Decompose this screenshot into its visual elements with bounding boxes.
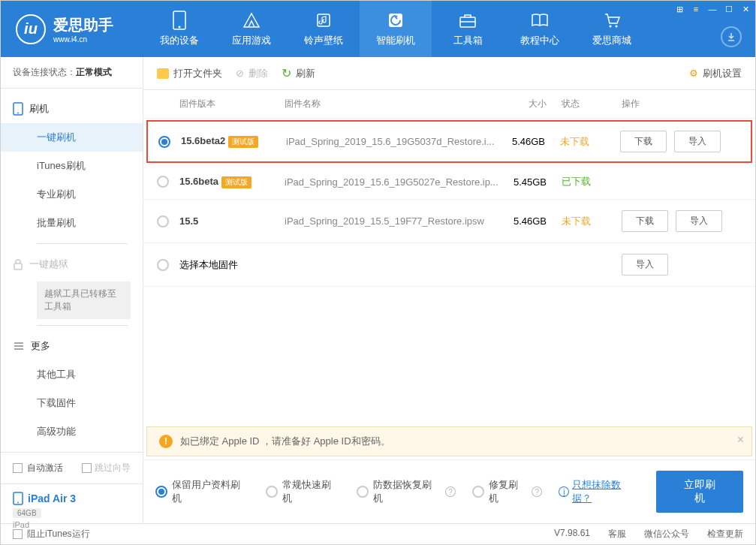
firmware-radio[interactable] <box>157 259 169 271</box>
nav-toolbox[interactable]: 工具箱 <box>432 1 504 57</box>
sidebar-group-more[interactable]: 更多 <box>1 332 143 360</box>
flash-icon <box>387 11 405 29</box>
flash-settings-button[interactable]: ⚙ 刷机设置 <box>689 67 742 80</box>
flash-option-normal[interactable]: 常规快速刷机 <box>266 478 340 505</box>
sidebar: 设备连接状态：正常模式 刷机 一键刷机 iTunes刷机 专业刷机 批量刷机 一… <box>1 57 143 523</box>
download-button[interactable]: 下载 <box>620 131 667 152</box>
sidebar-item-advanced[interactable]: 高级功能 <box>1 417 143 446</box>
music-icon <box>315 11 333 29</box>
maximize-icon[interactable]: ☐ <box>724 4 734 14</box>
top-nav: 我的设备 应用游戏 铃声壁纸 智能刷机 工具箱 教程中心 爱思商城 <box>143 1 648 57</box>
svg-rect-2 <box>318 14 330 26</box>
minimize-icon[interactable]: — <box>707 4 718 14</box>
import-button[interactable]: 导入 <box>676 210 722 232</box>
main-content: 打开文件夹 ⊘ 删除 ↻ 刷新 ⚙ 刷机设置 固件版本 固件名称 大小 状态 操… <box>143 57 755 523</box>
firmware-row[interactable]: 15.5 iPad_Spring_2019_15.5_19F77_Restore… <box>143 200 755 243</box>
firmware-row[interactable]: 15.6beta测试版 iPad_Spring_2019_15.6_19G502… <box>143 164 755 200</box>
logo[interactable]: iu 爱思助手 www.i4.cn <box>1 14 143 44</box>
support-link[interactable]: 客服 <box>608 528 626 540</box>
download-icon <box>726 32 736 42</box>
firmware-row-local[interactable]: 选择本地固件 导入 <box>143 243 755 287</box>
block-itunes-checkbox[interactable] <box>13 529 23 539</box>
info-icon: i <box>559 486 569 497</box>
option-radio[interactable] <box>155 486 167 498</box>
firmware-row[interactable]: 15.6beta2测试版 iPad_Spring_2019_15.6_19G50… <box>146 120 752 163</box>
erase-data-link[interactable]: i 只想抹除数据？ <box>559 478 640 505</box>
svg-point-8 <box>17 113 19 114</box>
more-icon <box>13 341 25 351</box>
toolbox-icon <box>459 11 477 29</box>
grid-icon[interactable]: ⊞ <box>674 4 685 14</box>
close-icon[interactable]: ✕ <box>740 4 751 14</box>
flash-option-antirecovery[interactable]: 防数据恢复刷机 ? <box>357 478 456 505</box>
update-link[interactable]: 检查更新 <box>707 528 743 540</box>
cart-icon <box>603 11 621 29</box>
close-banner-button[interactable]: × <box>737 433 744 447</box>
flash-options: 保留用户资料刷机 常规快速刷机 防数据恢复刷机 ? 修复刷机 ? i <box>143 459 755 523</box>
window-controls: ⊞ ≡ — ☐ ✕ <box>674 4 751 14</box>
jailbreak-note: 越狱工具已转移至工具箱 <box>37 282 131 319</box>
help-icon[interactable]: ? <box>532 486 542 497</box>
sidebar-item-download[interactable]: 下载固件 <box>1 389 143 417</box>
download-button[interactable] <box>721 26 742 47</box>
import-button[interactable]: 导入 <box>674 131 721 152</box>
lock-icon <box>13 258 23 270</box>
auto-activate-row: 自动激活 跳过向导 <box>1 453 143 483</box>
logo-text: 爱思助手 www.i4.cn <box>53 15 113 44</box>
nav-apps[interactable]: 应用游戏 <box>215 1 288 57</box>
skip-guide[interactable]: 跳过向导 <box>82 462 131 474</box>
firmware-radio[interactable] <box>157 176 169 188</box>
gear-icon: ⚙ <box>689 68 698 79</box>
download-button[interactable]: 下载 <box>622 210 668 232</box>
svg-point-6 <box>616 25 618 27</box>
apps-icon <box>242 11 261 29</box>
svg-rect-9 <box>14 263 22 269</box>
sidebar-item-oneclick[interactable]: 一键刷机 <box>1 123 143 152</box>
skip-guide-checkbox[interactable] <box>82 463 92 473</box>
auto-activate-checkbox[interactable] <box>13 463 23 473</box>
device-icon <box>170 11 188 29</box>
tablet-icon <box>13 492 23 505</box>
svg-point-11 <box>17 502 19 504</box>
nav-ringtones[interactable]: 铃声壁纸 <box>288 1 360 57</box>
sidebar-item-batch[interactable]: 批量刷机 <box>1 209 143 237</box>
menu-icon[interactable]: ≡ <box>691 4 701 14</box>
warning-banner: ! 如已绑定 Apple ID ，请准备好 Apple ID和密码。 × <box>146 426 752 456</box>
nav-flash[interactable]: 智能刷机 <box>360 1 432 57</box>
firmware-radio[interactable] <box>157 215 169 227</box>
header: iu 爱思助手 www.i4.cn 我的设备 应用游戏 铃声壁纸 智能刷机 工具… <box>1 1 755 57</box>
option-radio[interactable] <box>357 486 369 498</box>
beta-badge: 测试版 <box>228 136 258 148</box>
flash-option-keep-data[interactable]: 保留用户资料刷机 <box>155 478 249 505</box>
nav-store[interactable]: 爱思商城 <box>576 1 648 57</box>
firmware-radio[interactable] <box>158 136 170 148</box>
logo-icon: iu <box>16 14 46 44</box>
sidebar-item-other[interactable]: 其他工具 <box>1 360 143 389</box>
connection-status: 设备连接状态：正常模式 <box>1 57 143 89</box>
help-icon[interactable]: ? <box>445 486 456 497</box>
refresh-button[interactable]: ↻ 刷新 <box>282 66 315 80</box>
warning-icon: ! <box>159 435 173 448</box>
import-button[interactable]: 导入 <box>622 254 668 276</box>
sidebar-group-flash[interactable]: 刷机 <box>1 95 143 123</box>
wechat-link[interactable]: 微信公众号 <box>644 528 689 540</box>
refresh-icon: ↻ <box>282 66 291 80</box>
sidebar-item-itunes[interactable]: iTunes刷机 <box>1 152 143 180</box>
book-icon <box>531 11 549 29</box>
flash-option-repair[interactable]: 修复刷机 ? <box>472 478 542 505</box>
sidebar-group-jailbreak: 一键越狱 <box>1 250 143 279</box>
toolbar: 打开文件夹 ⊘ 删除 ↻ 刷新 ⚙ 刷机设置 <box>143 57 755 90</box>
beta-badge: 测试版 <box>221 176 251 188</box>
svg-point-5 <box>610 25 612 27</box>
open-folder-button[interactable]: 打开文件夹 <box>157 67 222 80</box>
delete-button[interactable]: ⊘ 删除 <box>236 67 268 80</box>
flash-now-button[interactable]: 立即刷机 <box>656 471 743 513</box>
storage-badge: 64GB <box>13 508 41 518</box>
sidebar-item-pro[interactable]: 专业刷机 <box>1 180 143 209</box>
option-radio[interactable] <box>266 486 278 498</box>
phone-icon <box>13 102 23 116</box>
nav-tutorials[interactable]: 教程中心 <box>504 1 576 57</box>
folder-icon <box>157 68 169 79</box>
option-radio[interactable] <box>472 486 484 498</box>
nav-my-device[interactable]: 我的设备 <box>143 1 215 57</box>
